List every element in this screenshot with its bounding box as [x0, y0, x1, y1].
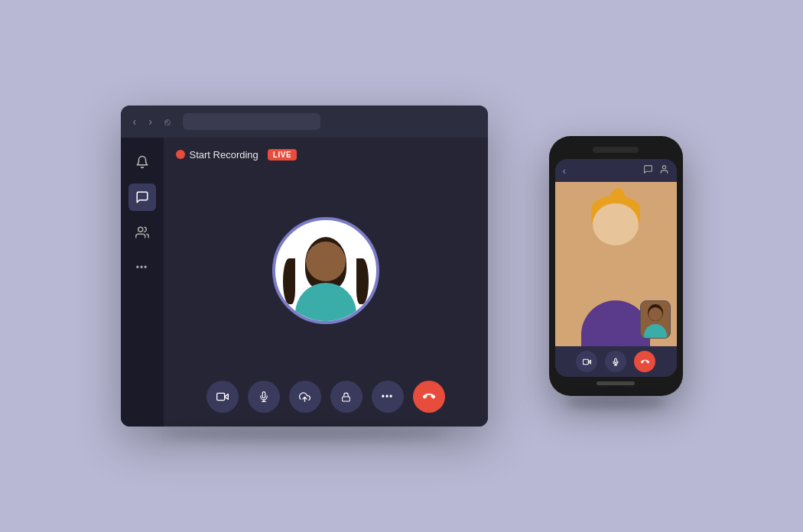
end-call-button[interactable]: [413, 381, 445, 413]
record-dot: [176, 150, 185, 159]
avatar-female: [275, 220, 376, 321]
browser-chrome: ‹ › ⎋: [121, 105, 488, 138]
overlay-avatar-head: [649, 307, 662, 321]
svg-point-7: [662, 166, 665, 169]
avatar-head: [306, 242, 346, 281]
controls-bar: •••: [164, 370, 488, 427]
svg-rect-6: [343, 396, 350, 401]
sidebar-item-teams[interactable]: [128, 219, 156, 246]
avatar-body: [295, 283, 356, 321]
live-badge: LIVE: [268, 149, 297, 161]
main-content: Start Recording LIVE: [164, 138, 488, 427]
url-bar[interactable]: [183, 113, 320, 130]
sidebar: •••: [121, 138, 164, 427]
phone-home-bar: [597, 381, 635, 385]
avatar-circle: [272, 217, 379, 324]
phone-overlay-avatar: [640, 300, 671, 339]
scene: ‹ › ⎋: [0, 0, 803, 532]
phone-notch: [593, 147, 639, 153]
phone: ‹: [549, 136, 683, 396]
phone-screen: ‹: [555, 159, 677, 377]
phone-end-call-button[interactable]: [634, 351, 655, 372]
record-label[interactable]: Start Recording: [190, 149, 258, 161]
phone-icons-right: [643, 164, 669, 177]
phone-controls: [555, 346, 677, 377]
tab-icon[interactable]: ⎋: [161, 115, 174, 129]
phone-people-icon[interactable]: [659, 164, 669, 177]
nav-forward-button[interactable]: ›: [145, 114, 155, 129]
phone-wrapper: ‹: [549, 136, 683, 396]
mic-button[interactable]: [248, 381, 280, 413]
phone-chat-icon[interactable]: [643, 164, 653, 177]
sidebar-item-chat[interactable]: [128, 183, 156, 211]
svg-rect-2: [216, 393, 224, 400]
camera-button[interactable]: [206, 381, 239, 413]
overlay-avatar-body: [644, 324, 667, 338]
more-button[interactable]: •••: [372, 381, 404, 413]
sidebar-item-more[interactable]: •••: [128, 254, 156, 281]
phone-shadow: [566, 396, 665, 410]
lock-button[interactable]: [330, 381, 362, 413]
avatar-male-head: [593, 203, 639, 245]
phone-mic-button[interactable]: [605, 351, 626, 372]
app-topbar: Start Recording LIVE: [164, 138, 488, 171]
svg-marker-1: [224, 394, 228, 400]
share-button[interactable]: [289, 381, 321, 413]
video-area: [164, 171, 488, 370]
phone-video-area: [555, 182, 677, 346]
phone-topbar: ‹: [555, 159, 677, 182]
desktop-window: ‹ › ⎋: [121, 105, 488, 427]
avatar-hair-right: [356, 258, 369, 304]
desktop-shadow: [159, 427, 450, 442]
phone-camera-button[interactable]: [576, 351, 597, 372]
app-body: ••• Start Recording LIVE: [121, 138, 488, 427]
avatar-hair-left: [283, 258, 295, 304]
svg-rect-9: [583, 359, 588, 364]
record-indicator: Start Recording: [176, 149, 258, 161]
phone-back-button[interactable]: ‹: [563, 165, 566, 177]
svg-point-0: [138, 227, 142, 232]
nav-back-button[interactable]: ‹: [130, 114, 140, 129]
sidebar-item-bell[interactable]: [128, 148, 156, 176]
